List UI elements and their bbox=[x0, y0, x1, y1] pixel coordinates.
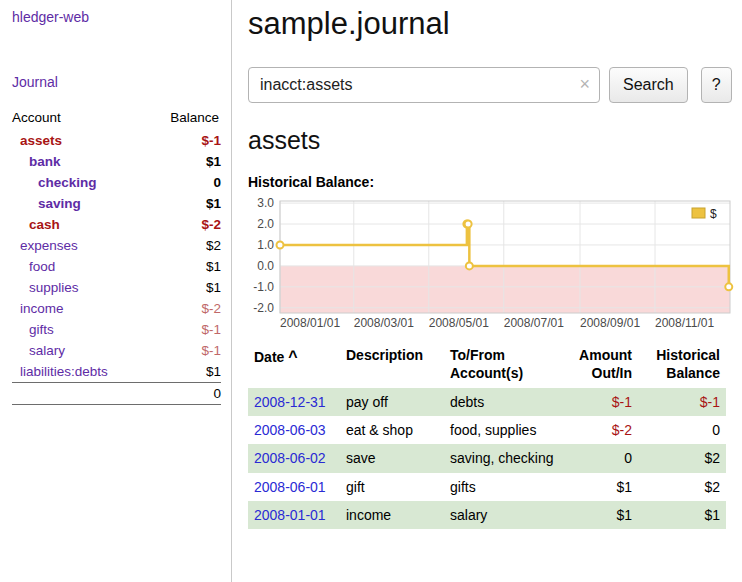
transaction-amount: $-1 bbox=[566, 388, 638, 416]
svg-text:2008/11/01: 2008/11/01 bbox=[655, 316, 714, 330]
main-content: sample.journal × Search ? assets Histori… bbox=[232, 0, 742, 582]
transaction-date-link[interactable]: 2008-12-31 bbox=[254, 394, 326, 410]
account-row: income$-2 bbox=[12, 298, 221, 319]
account-row: expenses$2 bbox=[12, 235, 221, 256]
register-header-date-label: Date bbox=[254, 349, 284, 365]
account-link[interactable]: saving bbox=[12, 196, 81, 211]
search-box: × bbox=[248, 67, 600, 103]
svg-text:2008/07/01: 2008/07/01 bbox=[504, 316, 564, 330]
svg-text:-1.0: -1.0 bbox=[253, 280, 274, 294]
transaction-description: pay off bbox=[340, 388, 444, 416]
help-button[interactable]: ? bbox=[701, 67, 732, 103]
account-balance: $-2 bbox=[149, 298, 221, 319]
account-balance: $-1 bbox=[149, 319, 221, 340]
sidebar: hledger-web Journal Account Balance asse… bbox=[0, 0, 232, 582]
svg-text:2008/05/01: 2008/05/01 bbox=[429, 316, 489, 330]
app-title-link[interactable]: hledger-web bbox=[12, 9, 221, 25]
register-header-balance: Historical Balance bbox=[638, 344, 726, 388]
account-link[interactable]: assets bbox=[12, 133, 62, 148]
register-header-account: To/From Account(s) bbox=[444, 344, 566, 388]
account-heading: assets bbox=[248, 126, 734, 155]
register-header-amount: Amount Out/In bbox=[566, 344, 638, 388]
account-row: bank$1 bbox=[12, 151, 221, 172]
sort-ascending-icon: ^ bbox=[288, 348, 297, 365]
clear-search-icon[interactable]: × bbox=[579, 74, 590, 94]
account-link[interactable]: gifts bbox=[12, 322, 54, 337]
transaction-date-link[interactable]: 2008-06-01 bbox=[254, 479, 326, 495]
account-balance: $-1 bbox=[149, 130, 221, 151]
account-link[interactable]: salary bbox=[12, 343, 65, 358]
account-link[interactable]: bank bbox=[12, 154, 61, 169]
transaction-account: gifts bbox=[444, 473, 566, 501]
transaction-description: income bbox=[340, 501, 444, 529]
transaction-balance: $-1 bbox=[638, 388, 726, 416]
accounts-total-row: 0 bbox=[12, 383, 221, 405]
account-row: food$1 bbox=[12, 256, 221, 277]
transaction-amount: $-2 bbox=[566, 416, 638, 444]
transaction-date-link[interactable]: 2008-06-02 bbox=[254, 450, 326, 466]
svg-text:2008/03/01: 2008/03/01 bbox=[354, 316, 414, 330]
account-link[interactable]: income bbox=[12, 301, 64, 316]
transaction-row: 2008-06-03eat & shopfood, supplies$-20 bbox=[248, 416, 726, 444]
transaction-account: food, supplies bbox=[444, 416, 566, 444]
account-link[interactable]: liabilities:debts bbox=[12, 364, 108, 379]
account-link[interactable]: expenses bbox=[12, 238, 78, 253]
svg-text:2008/01/01: 2008/01/01 bbox=[280, 316, 340, 330]
svg-text:2008/09/01: 2008/09/01 bbox=[580, 316, 640, 330]
account-balance: $2 bbox=[149, 235, 221, 256]
transaction-description: save bbox=[340, 444, 444, 472]
account-link[interactable]: checking bbox=[12, 175, 97, 190]
transaction-date-link[interactable]: 2008-06-03 bbox=[254, 422, 326, 438]
svg-text:2.0: 2.0 bbox=[257, 217, 274, 231]
account-balance: $1 bbox=[149, 193, 221, 214]
transaction-balance: $2 bbox=[638, 473, 726, 501]
account-link[interactable]: supplies bbox=[12, 280, 79, 295]
balance-chart: 3.02.01.00.0-1.0-2.02008/01/012008/03/01… bbox=[248, 197, 734, 331]
transaction-account: debts bbox=[444, 388, 566, 416]
transaction-account: salary bbox=[444, 501, 566, 529]
transaction-row: 2008-06-02savesaving, checking0$2 bbox=[248, 444, 726, 472]
account-balance: $1 bbox=[149, 277, 221, 298]
journal-link[interactable]: Journal bbox=[12, 74, 221, 90]
transaction-amount: $1 bbox=[566, 473, 638, 501]
account-link[interactable]: cash bbox=[12, 217, 60, 232]
accounts-header-row: Account Balance bbox=[12, 107, 221, 130]
account-row: checking0 bbox=[12, 172, 221, 193]
svg-text:-2.0: -2.0 bbox=[253, 301, 274, 315]
chart-title: Historical Balance: bbox=[248, 174, 734, 190]
account-balance: $1 bbox=[149, 151, 221, 172]
svg-text:3.0: 3.0 bbox=[257, 197, 274, 210]
account-balance: $1 bbox=[149, 361, 221, 383]
transaction-date-link[interactable]: 2008-01-01 bbox=[254, 507, 326, 523]
transaction-balance: 0 bbox=[638, 416, 726, 444]
svg-text:1.0: 1.0 bbox=[257, 238, 274, 252]
search-bar: × Search ? bbox=[248, 67, 734, 103]
account-row: liabilities:debts$1 bbox=[12, 361, 221, 383]
transaction-row: 2008-01-01incomesalary$1$1 bbox=[248, 501, 726, 529]
account-row: salary$-1 bbox=[12, 340, 221, 361]
search-input[interactable] bbox=[248, 67, 600, 103]
svg-text:0.0: 0.0 bbox=[257, 259, 274, 273]
register-header-date[interactable]: Date ^ bbox=[248, 344, 340, 388]
register-header-description: Description bbox=[340, 344, 444, 388]
page: hledger-web Journal Account Balance asse… bbox=[0, 0, 742, 582]
account-balance: 0 bbox=[149, 172, 221, 193]
account-link[interactable]: food bbox=[12, 259, 55, 274]
balance-chart-svg: 3.02.01.00.0-1.0-2.02008/01/012008/03/01… bbox=[248, 197, 734, 331]
transaction-row: 2008-12-31pay offdebts$-1$-1 bbox=[248, 388, 726, 416]
account-balance: $1 bbox=[149, 256, 221, 277]
transaction-balance: $2 bbox=[638, 444, 726, 472]
account-row: cash$-2 bbox=[12, 214, 221, 235]
accounts-header-balance: Balance bbox=[149, 107, 221, 130]
search-button[interactable]: Search bbox=[609, 67, 688, 103]
transaction-amount: 0 bbox=[566, 444, 638, 472]
transaction-row: 2008-06-01giftgifts$1$2 bbox=[248, 473, 726, 501]
account-row: gifts$-1 bbox=[12, 319, 221, 340]
accounts-header-account: Account bbox=[12, 107, 149, 130]
account-balance: $-2 bbox=[149, 214, 221, 235]
account-row: saving$1 bbox=[12, 193, 221, 214]
transaction-account: saving, checking bbox=[444, 444, 566, 472]
transaction-balance: $1 bbox=[638, 501, 726, 529]
page-title: sample.journal bbox=[248, 6, 734, 42]
svg-text:$: $ bbox=[710, 207, 717, 221]
